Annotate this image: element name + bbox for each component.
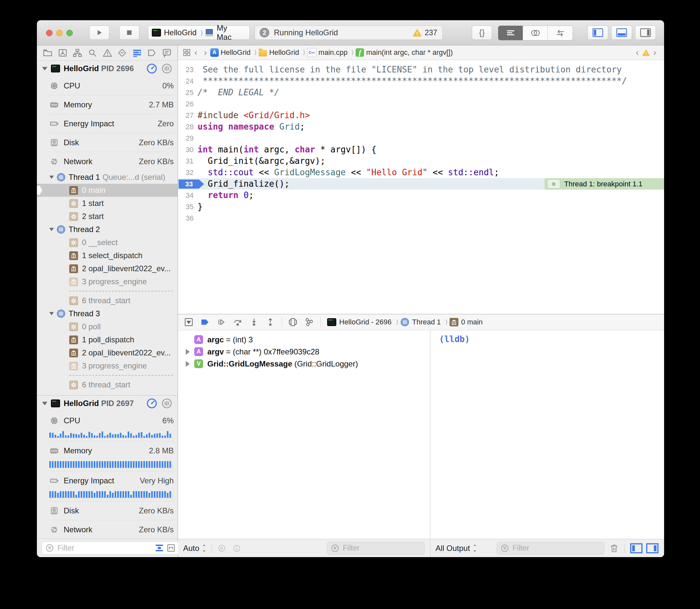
toggle-variables-pane-button[interactable] bbox=[630, 543, 643, 554]
code-line[interactable]: 28 using namespace Grid; bbox=[178, 121, 664, 133]
warning-icon[interactable]: ! bbox=[413, 29, 422, 37]
navigator-tab-breakpoint[interactable] bbox=[147, 48, 157, 58]
breakpoints-toggle-button[interactable] bbox=[200, 317, 210, 327]
code-line[interactable]: 31 Grid_init(&argc,&argv); bbox=[178, 155, 664, 167]
line-number[interactable]: 28 bbox=[178, 121, 193, 133]
variable-row[interactable]: A argv = (char **) 0x7ffee9039c28 bbox=[178, 346, 430, 358]
gauge-columns-icon[interactable] bbox=[161, 63, 172, 74]
stop-button[interactable] bbox=[119, 25, 139, 40]
minimize-window-button[interactable] bbox=[56, 30, 63, 36]
disclosure-triangle-icon[interactable] bbox=[42, 402, 47, 405]
code-line[interactable]: 32 std::cout << GridLogMessage << "Hello… bbox=[178, 167, 664, 178]
hide-debug-area-button[interactable] bbox=[184, 317, 193, 327]
continue-button[interactable] bbox=[217, 317, 226, 327]
toggle-inspector-button[interactable] bbox=[635, 25, 656, 40]
line-number[interactable]: 36 bbox=[178, 212, 193, 224]
variable-row[interactable]: V Grid::GridLogMessage (Grid::GridLogger… bbox=[178, 358, 430, 370]
navigator-filter-input[interactable] bbox=[57, 543, 155, 553]
code-line[interactable]: 25 /* END LEGAL */ bbox=[178, 87, 664, 98]
gauge-row[interactable]: Network Zero KB/s bbox=[49, 152, 174, 171]
stack-frame-row[interactable]: 3 progress_engine bbox=[37, 359, 177, 372]
console-filter-field[interactable] bbox=[497, 542, 604, 555]
disclosure-triangle-icon[interactable] bbox=[186, 361, 190, 367]
stack-frame-row[interactable]: 6 thread_start bbox=[37, 378, 177, 391]
go-back-button[interactable]: ‹ bbox=[194, 48, 197, 57]
navigator-tab-test[interactable] bbox=[117, 48, 127, 58]
line-number[interactable]: 23 bbox=[178, 64, 193, 75]
stack-frame-row[interactable]: 0 main bbox=[37, 184, 177, 197]
stack-frame-row[interactable]: 2 opal_libevent2022_ev... bbox=[37, 262, 177, 275]
gauge-row[interactable]: Energy Impact Zero bbox=[49, 114, 174, 133]
navigator-tab-find[interactable] bbox=[87, 48, 97, 58]
variables-filter-input[interactable] bbox=[342, 543, 421, 553]
gauge-columns-icon[interactable] bbox=[161, 398, 172, 409]
toggle-debug-area-button[interactable] bbox=[611, 25, 632, 40]
thread-row[interactable]: Thread 2 bbox=[37, 223, 177, 236]
gauge-row[interactable]: Network Zero KB/s bbox=[49, 520, 174, 539]
stack-frame-row[interactable]: 2 start bbox=[37, 210, 177, 223]
close-window-button[interactable] bbox=[46, 30, 53, 36]
zoom-window-button[interactable] bbox=[66, 30, 73, 36]
standard-editor-button[interactable] bbox=[498, 26, 523, 40]
navigator-tab-debug-selected[interactable] bbox=[132, 48, 142, 58]
console-scope-selector[interactable]: All Output bbox=[436, 544, 470, 553]
warning-count[interactable]: 237 bbox=[425, 29, 437, 37]
gauge-row[interactable]: CPU 6% bbox=[49, 411, 174, 430]
code-line[interactable]: 34 return 0; bbox=[178, 190, 664, 201]
code-line[interactable]: 35 } bbox=[178, 201, 664, 212]
code-line[interactable]: 30 int main(int argc, char * argv[]) { bbox=[178, 144, 664, 155]
code-snippets-button[interactable]: {} bbox=[472, 25, 492, 40]
line-number[interactable]: 29 bbox=[178, 133, 193, 144]
issue-warning-icon[interactable]: ! bbox=[642, 49, 650, 56]
code-line[interactable]: 27 #include <Grid/Grid.h> bbox=[178, 110, 664, 121]
console-filter-input[interactable] bbox=[512, 543, 601, 553]
stack-frame-row[interactable]: 1 select_dispatch bbox=[37, 249, 177, 262]
gauge-row[interactable]: Memory 2.8 MB bbox=[49, 441, 174, 460]
thread-row[interactable]: Thread 3 bbox=[37, 307, 177, 320]
step-into-button[interactable] bbox=[249, 317, 259, 327]
run-button[interactable] bbox=[89, 25, 109, 40]
view-by-queue-icon[interactable] bbox=[167, 543, 176, 553]
navigator-tab-source-control[interactable] bbox=[58, 48, 68, 58]
assistant-editor-button[interactable] bbox=[523, 26, 548, 40]
navigator-tab-report[interactable] bbox=[162, 48, 172, 58]
gauge-speedometer-icon[interactable] bbox=[146, 63, 157, 74]
code-line[interactable]: 26 bbox=[178, 98, 664, 110]
view-debugger-button[interactable] bbox=[288, 317, 298, 327]
breadcrumb-file[interactable]: main.cpp bbox=[318, 48, 347, 57]
code-line[interactable]: 36 bbox=[178, 212, 664, 224]
stack-frame-row[interactable]: 3 progress_engine bbox=[37, 275, 177, 288]
code-line[interactable]: 23 See the full license in the file "LIC… bbox=[178, 64, 664, 75]
gauge-row[interactable]: Disk Zero KB/s bbox=[49, 501, 174, 520]
navigator-tab-symbol[interactable] bbox=[72, 48, 82, 58]
line-number[interactable]: 27 bbox=[178, 110, 193, 121]
code-line[interactable]: 24 *************************************… bbox=[178, 75, 664, 87]
activity-status-bar[interactable]: 2 Running HelloGrid ! 237 bbox=[255, 25, 443, 40]
gauge-row[interactable]: CPU 0% bbox=[49, 76, 174, 95]
navigator-filter-field[interactable] bbox=[41, 541, 190, 555]
breadcrumb-process[interactable]: HelloGrid - 2696 bbox=[339, 318, 391, 326]
breakpoint-annotation[interactable]: ≡ Thread 1: breakpoint 1.1 bbox=[545, 178, 664, 190]
info-icon[interactable] bbox=[232, 544, 241, 553]
line-number[interactable]: 31 bbox=[178, 155, 193, 167]
line-number[interactable]: 25 bbox=[178, 87, 193, 98]
memory-graph-button[interactable] bbox=[304, 317, 314, 327]
disclosure-triangle-icon[interactable] bbox=[186, 349, 190, 355]
stack-frame-row[interactable]: 0 __select bbox=[37, 236, 177, 249]
thread-row[interactable]: Thread 1Queue:...d (serial) bbox=[37, 171, 177, 184]
step-out-button[interactable] bbox=[266, 317, 275, 327]
breadcrumb-frame[interactable]: 0 main bbox=[461, 318, 482, 326]
code-line-breakpoint[interactable]: 33 Grid_finalize(); ≡ Thread 1: breakpoi… bbox=[178, 178, 664, 190]
version-editor-button[interactable] bbox=[548, 26, 573, 40]
stack-frame-row[interactable]: 2 opal_libevent2022_ev... bbox=[37, 346, 177, 359]
line-number[interactable]: 24 bbox=[178, 75, 193, 87]
navigator-tab-project[interactable] bbox=[43, 48, 53, 58]
variable-row[interactable]: A argc = (int) 3 bbox=[178, 333, 430, 346]
next-issue-button[interactable]: › bbox=[653, 48, 656, 57]
process-header[interactable]: HelloGrid PID 2697 bbox=[37, 396, 177, 411]
task-count-badge[interactable]: 2 bbox=[259, 28, 269, 37]
previous-issue-button[interactable]: ‹ bbox=[636, 48, 638, 57]
go-forward-button[interactable]: › bbox=[204, 48, 207, 57]
breadcrumb-thread[interactable]: Thread 1 bbox=[412, 318, 441, 326]
breadcrumb-project[interactable]: HelloGrid bbox=[221, 48, 251, 57]
